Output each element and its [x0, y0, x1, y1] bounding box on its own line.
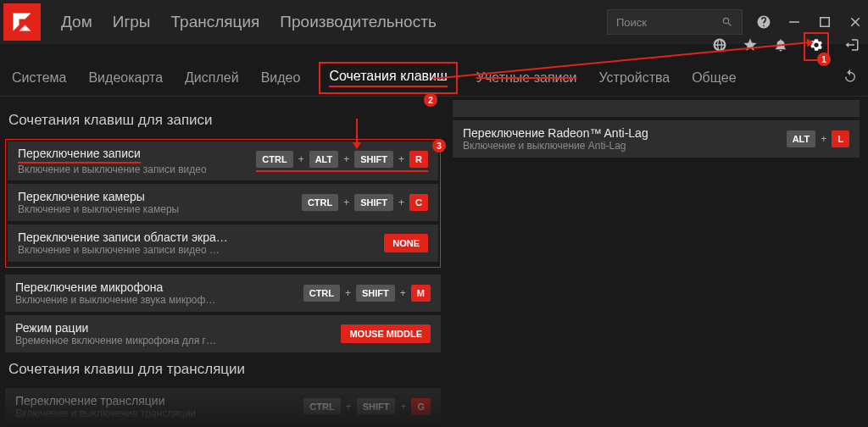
row-toggle-camera[interactable]: Переключение камеры Включение и выключен… [8, 184, 438, 221]
key: SHIFT [356, 285, 395, 302]
tab-devices[interactable]: Устройства [597, 67, 671, 89]
key: CTRL [256, 151, 292, 168]
annotation-1: 1 [817, 53, 831, 66]
row-toggle-recording[interactable]: Переключение записи Включение и выключен… [8, 141, 438, 180]
nav-games[interactable]: Игры [113, 13, 151, 31]
maximize-icon[interactable] [817, 14, 832, 30]
hotkey-none: NONE [384, 234, 428, 252]
key: CTRL [303, 285, 340, 302]
key: SHIFT [354, 151, 393, 168]
tab-display[interactable]: Дисплей [183, 67, 241, 89]
key: ALT [309, 151, 339, 168]
row-title: Переключение Radeon™ Anti-Lag [463, 126, 787, 140]
tab-general[interactable]: Общее [690, 67, 737, 89]
annotation-3: 3 [432, 139, 446, 152]
logout-icon[interactable] [844, 37, 860, 56]
svg-rect-1 [821, 18, 830, 27]
row-sub: Включение и выключение звука микроф… [15, 294, 303, 306]
key-final: C [409, 194, 428, 211]
hotkey-display[interactable]: CTRL+ SHIFT+ M [303, 285, 431, 302]
row-toggle-microphone[interactable]: Переключение микрофона Включение и выклю… [5, 274, 441, 312]
globe-icon[interactable] [712, 37, 727, 56]
amd-logo [3, 3, 41, 41]
row-title: Режим рации [15, 321, 341, 335]
hotkey-display[interactable]: CTRL+ ALT+ SHIFT+ R [256, 151, 428, 172]
row-sub: Включение и выключение записи видео [18, 164, 256, 175]
row-sub: Включение и выключение Anti-Lag [463, 140, 787, 152]
hotkey-button: MOUSE MIDDLE [341, 324, 431, 343]
key: CTRL [302, 194, 338, 211]
row-toggle-antilag[interactable]: Переключение Radeon™ Anti-Lag Включение … [453, 120, 860, 158]
hotkey-display[interactable]: CTRL+ SHIFT+ C [302, 194, 428, 211]
row-title: Переключение записи [18, 147, 141, 164]
key-final: M [411, 285, 431, 302]
header-icons [712, 32, 860, 61]
search-input[interactable]: Поиск [607, 9, 743, 35]
row-sub: Временное включение микрофона для г… [15, 335, 341, 347]
nav-home[interactable]: Дом [61, 13, 92, 31]
nav-stream[interactable]: Трансляция [171, 13, 260, 31]
main-nav: Дом Игры Трансляция Производительность [61, 13, 437, 31]
search-icon [721, 16, 733, 28]
section-streaming-hotkeys: Сочетания клавиш для трансляции [8, 361, 441, 378]
row-title: Переключение записи области экра… [18, 230, 384, 244]
row-title: Переключение камеры [18, 190, 302, 203]
annotation-2: 2 [424, 93, 437, 107]
nav-performance[interactable]: Производительность [280, 13, 436, 31]
svg-rect-0 [789, 21, 799, 23]
tab-gpu[interactable]: Видеокарта [86, 67, 164, 89]
key-final: R [409, 151, 428, 168]
section-recording-hotkeys: Сочетания клавиш для записи [8, 112, 441, 129]
row-push-to-talk[interactable]: Режим рации Временное включение микрофон… [5, 315, 441, 352]
hotkey-display[interactable]: NONE [384, 234, 428, 252]
row-sub: Включение и выключение камеры [18, 203, 302, 215]
hotkey-display[interactable]: MOUSE MIDDLE [341, 324, 431, 343]
key: ALT [787, 130, 816, 147]
highlight-group: Переключение записи Включение и выключен… [5, 139, 441, 268]
close-icon[interactable] [848, 14, 863, 30]
hotkey-display[interactable]: ALT+ L [787, 130, 849, 147]
tab-system[interactable]: Система [10, 67, 68, 89]
undo-icon[interactable] [843, 69, 858, 87]
tab-video[interactable]: Видео [259, 67, 303, 89]
row-stub [453, 100, 860, 117]
row-sub: Включение и выключение записи видео … [18, 244, 384, 256]
row-title: Переключение микрофона [15, 280, 303, 294]
annotation-arrow [356, 119, 358, 142]
row-toggle-region-recording[interactable]: Переключение записи области экра… Включе… [8, 225, 438, 262]
search-placeholder: Поиск [616, 16, 721, 29]
key-final: L [832, 130, 849, 147]
help-icon[interactable] [756, 14, 771, 30]
minimize-icon[interactable] [787, 14, 802, 30]
key: SHIFT [354, 194, 393, 211]
fade [0, 393, 868, 427]
